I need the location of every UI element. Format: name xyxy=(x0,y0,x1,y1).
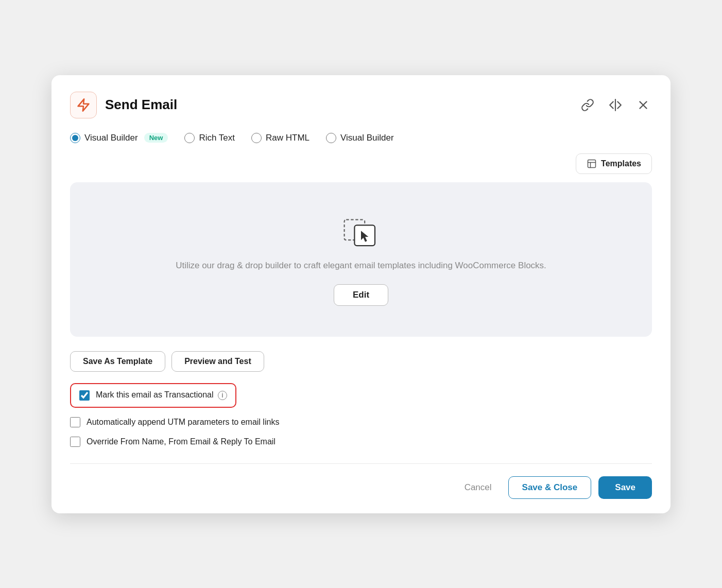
transactional-label: Mark this email as Transactional i xyxy=(96,390,227,400)
save-close-button[interactable]: Save & Close xyxy=(508,476,592,499)
save-button[interactable]: Save xyxy=(598,476,652,499)
override-checkbox[interactable] xyxy=(70,437,80,447)
templates-label: Templates xyxy=(601,159,641,168)
radio-option-visual-builder-2[interactable]: Visual Builder xyxy=(326,133,394,143)
edit-button[interactable]: Edit xyxy=(334,284,388,306)
header-action-icons xyxy=(579,96,652,114)
modal-title: Send Email xyxy=(105,97,177,113)
override-checkbox-row: Override From Name, From Email & Reply T… xyxy=(70,437,652,447)
transactional-checkbox-row: Mark this email as Transactional i xyxy=(70,383,236,408)
radio-label-raw-html: Raw HTML xyxy=(266,133,310,143)
link-icon xyxy=(581,98,594,112)
options-checkboxes: Mark this email as Transactional i Autom… xyxy=(70,383,652,447)
transactional-info-icon[interactable]: i xyxy=(218,391,227,400)
close-button[interactable] xyxy=(634,96,652,114)
drag-drop-icon xyxy=(342,213,380,250)
header-left: Send Email xyxy=(70,92,177,118)
utm-checkbox-row: Automatically append UTM parameters to e… xyxy=(70,417,652,427)
radio-raw-html[interactable] xyxy=(251,133,262,143)
radio-option-raw-html[interactable]: Raw HTML xyxy=(251,133,310,143)
override-label: Override From Name, From Email & Reply T… xyxy=(87,437,276,446)
templates-button[interactable]: Templates xyxy=(576,153,652,174)
close-icon xyxy=(637,98,650,112)
modal-footer: Cancel Save & Close Save xyxy=(70,476,652,499)
lightning-bolt-icon xyxy=(76,98,91,112)
radio-visual-builder-2[interactable] xyxy=(326,133,336,143)
radio-label-visual-builder-2: Visual Builder xyxy=(340,133,394,143)
code-brackets-icon xyxy=(609,98,622,112)
editor-type-radio-group: Visual Builder New Rich Text Raw HTML Vi… xyxy=(70,133,652,143)
utm-label: Automatically append UTM parameters to e… xyxy=(87,418,279,427)
radio-label-visual-builder: Visual Builder xyxy=(84,133,138,143)
radio-label-rich-text: Rich Text xyxy=(199,133,235,143)
builder-description: Utilize our drag & drop builder to craft… xyxy=(176,261,546,271)
radio-option-rich-text[interactable]: Rich Text xyxy=(184,133,235,143)
send-email-modal: Send Email xyxy=(51,75,671,513)
builder-area: Utilize our drag & drop builder to craft… xyxy=(70,182,652,337)
new-badge: New xyxy=(144,133,168,143)
modal-header: Send Email xyxy=(70,92,652,118)
save-as-template-button[interactable]: Save As Template xyxy=(70,351,165,372)
svg-rect-4 xyxy=(588,160,596,167)
action-buttons-row: Save As Template Preview and Test xyxy=(70,351,652,372)
radio-visual-builder[interactable] xyxy=(70,133,80,143)
footer-divider xyxy=(70,463,652,464)
app-icon-box xyxy=(70,92,97,118)
utm-checkbox[interactable] xyxy=(70,417,80,427)
preview-and-test-button[interactable]: Preview and Test xyxy=(171,351,264,372)
cancel-button[interactable]: Cancel xyxy=(455,477,501,498)
templates-icon xyxy=(587,159,597,169)
link-button[interactable] xyxy=(579,96,596,114)
svg-marker-0 xyxy=(78,99,89,111)
radio-option-visual-builder[interactable]: Visual Builder New xyxy=(70,133,168,143)
radio-rich-text[interactable] xyxy=(184,133,195,143)
transactional-checkbox[interactable] xyxy=(79,390,90,401)
templates-row: Templates xyxy=(70,153,652,174)
code-brackets-button[interactable] xyxy=(607,96,624,114)
